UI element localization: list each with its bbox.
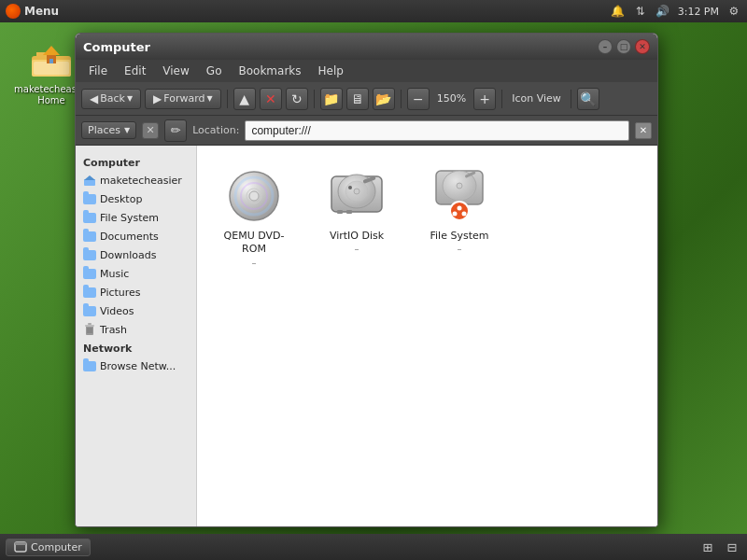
- menu-button[interactable]: Menu: [24, 5, 59, 18]
- back-button[interactable]: ◀ Back ▼: [81, 89, 141, 109]
- menu-bookmarks[interactable]: Bookmarks: [231, 63, 308, 79]
- svg-point-23: [354, 189, 359, 194]
- sidebar-item-browse-network[interactable]: Browse Netw...: [76, 357, 196, 375]
- sidebar-section-network: Network: [76, 339, 196, 357]
- sidebar-item-home[interactable]: maketecheasier: [76, 171, 196, 189]
- sidebar-item-music[interactable]: Music: [76, 264, 196, 283]
- sidebar-item-pictures[interactable]: Pictures: [76, 283, 196, 301]
- sidebar-item-documents[interactable]: Documents: [76, 227, 196, 245]
- sidebar-label-pictures: Pictures: [100, 287, 141, 299]
- open-terminal-button[interactable]: 🖥: [346, 88, 369, 110]
- forward-button[interactable]: ▶ Forward ▼: [145, 89, 221, 109]
- search-button[interactable]: 🔍: [577, 88, 599, 110]
- svg-point-34: [453, 212, 458, 217]
- sidebar-label-music: Music: [100, 268, 129, 280]
- svg-rect-7: [84, 179, 95, 186]
- svg-rect-3: [34, 62, 69, 75]
- svg-point-30: [457, 183, 462, 189]
- taskbar-bottom-icon-1[interactable]: ⊞: [698, 538, 717, 556]
- edit-location-button[interactable]: ✏: [164, 119, 187, 142]
- sidebar-label-browse-network: Browse Netw...: [100, 360, 176, 372]
- places-dropdown[interactable]: Places ▼: [81, 121, 136, 139]
- sidebar-label-downloads: Downloads: [100, 249, 156, 261]
- new-folder-button[interactable]: 📁: [320, 88, 343, 110]
- sidebar-label-filesystem: File System: [100, 212, 159, 224]
- sidebar-item-downloads[interactable]: Downloads: [76, 245, 196, 264]
- sidebar-label-documents: Documents: [100, 231, 159, 243]
- documents-icon: [83, 230, 96, 243]
- file-manager-window: Computer – □ ✕ File Edit View Go Bookmar…: [75, 33, 658, 527]
- toolbar-separator-1: [227, 90, 228, 108]
- notification-icon[interactable]: 🔔: [611, 4, 626, 19]
- svg-rect-11: [88, 323, 92, 325]
- taskbar-right: 🔔 ⇅ 🔊 3:12 PM ⚙: [611, 4, 741, 19]
- minimize-button[interactable]: –: [598, 39, 613, 54]
- sidebar-label-trash: Trash: [100, 324, 127, 336]
- menu-edit[interactable]: Edit: [117, 63, 153, 79]
- taskbar-window-button[interactable]: Computer: [6, 539, 91, 556]
- filesystem-drive-icon: [430, 166, 489, 226]
- sidebar: Computer maketecheasier Desktop: [76, 146, 197, 526]
- location-input[interactable]: [245, 120, 629, 141]
- maximize-button[interactable]: □: [616, 39, 631, 54]
- home-folder-icon: [29, 37, 74, 82]
- taskbar-window-icon: [14, 541, 27, 553]
- menu-view[interactable]: View: [155, 63, 196, 79]
- back-arrow-icon: ◀: [90, 92, 98, 105]
- window-controls: – □ ✕: [598, 39, 650, 54]
- menu-help[interactable]: Help: [311, 63, 351, 79]
- menubar: File Edit View Go Bookmarks Help: [76, 60, 657, 82]
- desktop-folder-icon: [83, 192, 96, 205]
- toolbar-separator-4: [501, 90, 502, 108]
- back-dropdown-icon: ▼: [127, 94, 133, 103]
- statusbar: 3 items: [76, 526, 657, 527]
- stop-button[interactable]: ✕: [260, 88, 282, 110]
- file-grid: QEMU DVD-ROM –: [212, 161, 642, 273]
- clear-location-button[interactable]: ✕: [142, 122, 159, 139]
- hdd-icon: [327, 166, 387, 226]
- taskbar-bottom-icon-2[interactable]: ⊟: [723, 538, 741, 556]
- hdd-subtitle: –: [355, 244, 359, 254]
- svg-point-32: [450, 202, 469, 220]
- close-button[interactable]: ✕: [635, 39, 650, 54]
- svg-point-18: [249, 191, 259, 201]
- sidebar-label-desktop: Desktop: [100, 193, 142, 205]
- locationbar: Places ▼ ✕ ✏ Location: ✕: [76, 116, 657, 146]
- view-mode-label: Icon View: [508, 92, 565, 105]
- firefox-icon: [6, 4, 21, 19]
- sidebar-item-trash[interactable]: Trash: [76, 320, 196, 339]
- desktop: Menu 🔔 ⇅ 🔊 3:12 PM ⚙ maketech: [0, 0, 747, 560]
- menu-label: Menu: [24, 5, 59, 18]
- forward-label: Forward: [163, 92, 204, 105]
- videos-icon: [83, 304, 96, 317]
- browse-network-icon: [83, 359, 96, 372]
- menu-file[interactable]: File: [81, 63, 115, 79]
- downloads-icon: [83, 248, 96, 261]
- network-icon[interactable]: ⇅: [633, 4, 648, 19]
- open-folder-button[interactable]: 📂: [373, 88, 395, 110]
- dvd-subtitle: –: [252, 258, 257, 268]
- zoom-out-button[interactable]: −: [407, 88, 430, 110]
- menu-go[interactable]: Go: [199, 63, 230, 79]
- volume-icon[interactable]: 🔊: [655, 4, 670, 19]
- trash-icon: [83, 323, 96, 336]
- window-titlebar: Computer – □ ✕: [76, 34, 657, 60]
- file-item-dvd[interactable]: QEMU DVD-ROM –: [212, 161, 296, 273]
- taskbar-window-label: Computer: [31, 541, 82, 553]
- pictures-icon: [83, 286, 96, 299]
- settings-icon[interactable]: ⚙: [726, 4, 741, 19]
- sidebar-item-filesystem[interactable]: File System: [76, 208, 196, 227]
- refresh-button[interactable]: ↻: [286, 88, 308, 110]
- file-item-hdd[interactable]: VirtIO Disk –: [315, 161, 399, 273]
- svg-rect-6: [49, 59, 53, 63]
- zoom-in-button[interactable]: +: [473, 88, 496, 110]
- svg-marker-8: [84, 175, 95, 180]
- up-button[interactable]: ▲: [233, 88, 256, 110]
- sidebar-label-videos: Videos: [100, 305, 134, 317]
- file-item-filesystem[interactable]: File System –: [417, 161, 501, 273]
- back-label: Back: [100, 92, 125, 105]
- sidebar-item-desktop[interactable]: Desktop: [76, 189, 196, 208]
- sidebar-item-videos[interactable]: Videos: [76, 301, 196, 320]
- location-input-clear[interactable]: ✕: [635, 122, 652, 139]
- svg-point-35: [462, 212, 467, 217]
